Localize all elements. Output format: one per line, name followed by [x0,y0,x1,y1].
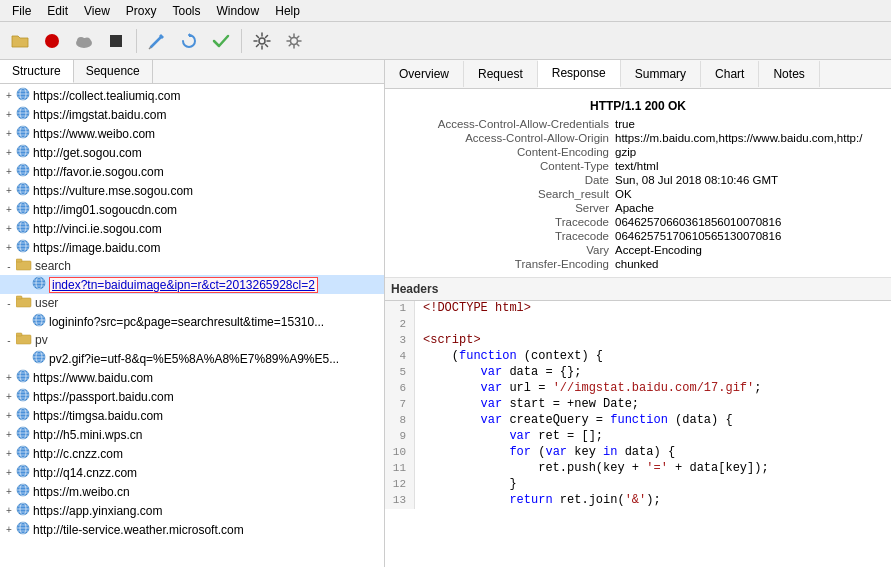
pen-button[interactable] [143,27,171,55]
tab-overview[interactable]: Overview [385,61,464,87]
record-button[interactable] [38,27,66,55]
globe-icon [16,87,30,104]
tree-expand-icon[interactable]: + [2,147,16,158]
tree-item[interactable]: -user [0,294,384,312]
menu-window[interactable]: Window [209,2,268,20]
svg-rect-72 [16,333,22,336]
svg-point-4 [84,37,91,44]
menu-view[interactable]: View [76,2,118,20]
tree-label: https://www.weibo.com [33,127,155,141]
tree-expand-icon[interactable]: + [2,448,16,459]
tree-item[interactable]: +https://image.baidu.com [0,238,384,257]
header-row: Access-Control-Allow-Credentialstrue [395,117,881,131]
tree-item[interactable]: +http://q14.cnzz.com [0,463,384,482]
tree-expand-icon[interactable]: + [2,391,16,402]
menu-help[interactable]: Help [267,2,308,20]
tree-expand-icon[interactable]: + [2,486,16,497]
stop-button[interactable] [102,27,130,55]
open-button[interactable] [6,27,34,55]
code-line: 11 ret.push(key + '=' + data[key]); [385,461,891,477]
tab-chart[interactable]: Chart [701,61,759,87]
tree-expand-icon[interactable]: + [2,166,16,177]
tab-request[interactable]: Request [464,61,538,87]
tree-item[interactable]: +https://passport.baidu.com [0,387,384,406]
menu-edit[interactable]: Edit [39,2,76,20]
tree-label: http://c.cnzz.com [33,447,123,461]
tree-label: logininfo?src=pc&page=searchresult&time=… [49,315,324,329]
header-value: text/html [615,160,881,172]
tree-expand-icon[interactable]: + [2,524,16,535]
header-name: Date [395,174,615,186]
globe-icon [16,369,30,386]
headers-label: Headers [385,278,891,301]
tree-label: https://m.weibo.cn [33,485,130,499]
options-button[interactable] [280,27,308,55]
tree-item[interactable]: +http://vinci.ie.sogou.com [0,219,384,238]
menu-file[interactable]: File [4,2,39,20]
tree-item[interactable]: +http://h5.mini.wps.cn [0,425,384,444]
globe-icon [16,125,30,142]
tree-expand-icon[interactable]: + [2,242,16,253]
settings-button[interactable] [248,27,276,55]
tree-item[interactable]: +https://www.baidu.com [0,368,384,387]
tree-item[interactable]: logininfo?src=pc&page=searchresult&time=… [0,312,384,331]
header-value: true [615,118,881,130]
header-row: DateSun, 08 Jul 2018 08:10:46 GMT [395,173,881,187]
tab-notes[interactable]: Notes [759,61,819,87]
header-name: Access-Control-Allow-Credentials [395,118,615,130]
tree-label: http://vinci.ie.sogou.com [33,222,162,236]
header-value: chunked [615,258,881,270]
tree-item[interactable]: +https://m.weibo.cn [0,482,384,501]
tree-expand-icon[interactable]: + [2,410,16,421]
tree-expand-icon[interactable]: + [2,467,16,478]
tree-expand-icon[interactable]: + [2,429,16,440]
line-content: <script> [415,333,481,349]
tree-item[interactable]: +http://get.sogou.com [0,143,384,162]
tree-item[interactable]: +https://www.weibo.com [0,124,384,143]
tree-item[interactable]: +http://tile-service.weather.microsoft.c… [0,520,384,539]
tab-structure[interactable]: Structure [0,60,74,83]
header-name: Server [395,202,615,214]
tree-item[interactable]: +https://vulture.mse.sogou.com [0,181,384,200]
tree-expand-icon[interactable]: + [2,505,16,516]
tree-expand-icon[interactable]: + [2,109,16,120]
tree-item[interactable]: +https://app.yinxiang.com [0,501,384,520]
tree-item[interactable]: +https://imgstat.baidu.com [0,105,384,124]
tree-label: http://h5.mini.wps.cn [33,428,142,442]
tree-expand-icon[interactable]: + [2,372,16,383]
globe-icon [16,182,30,199]
line-content: } [415,477,517,493]
tree-item[interactable]: +https://collect.tealiumiq.com [0,86,384,105]
tree-item[interactable]: -search [0,257,384,275]
tree-item[interactable]: index?tn=baiduimage&ipn=r&ct=2013265928c… [0,275,384,294]
tree-expand-icon[interactable]: + [2,185,16,196]
check-button[interactable] [207,27,235,55]
tab-sequence[interactable]: Sequence [74,60,153,83]
tree-item[interactable]: pv2.gif?ie=utf-8&q=%E5%8A%A8%E7%89%A9%E5… [0,349,384,368]
tree-label: https://timgsa.baidu.com [33,409,163,423]
line-content: var data = {}; [415,365,581,381]
refresh-button[interactable] [175,27,203,55]
tree-item[interactable]: +http://favor.ie.sogou.com [0,162,384,181]
tree-expand-icon[interactable]: - [2,335,16,346]
cloud-button[interactable] [70,27,98,55]
tree-expand-icon[interactable]: - [2,261,16,272]
tree-expand-icon[interactable]: - [2,298,16,309]
tree-expand-icon[interactable]: + [2,90,16,101]
code-area[interactable]: 1<!DOCTYPE html>23<script>4 (function (c… [385,301,891,509]
headers-list: Access-Control-Allow-CredentialstrueAcce… [395,117,881,271]
menu-proxy[interactable]: Proxy [118,2,165,20]
tree-container[interactable]: +https://collect.tealiumiq.com+https://i… [0,84,384,567]
menu-tools[interactable]: Tools [165,2,209,20]
tree-expand-icon[interactable]: + [2,204,16,215]
tree-expand-icon[interactable]: + [2,223,16,234]
tree-expand-icon[interactable]: + [2,128,16,139]
line-number: 1 [385,301,415,317]
tree-item[interactable]: -pv [0,331,384,349]
tab-response[interactable]: Response [538,60,621,88]
tree-item[interactable]: +http://img01.sogoucdn.com [0,200,384,219]
tab-summary[interactable]: Summary [621,61,701,87]
header-value: Apache [615,202,881,214]
tree-item[interactable]: +https://timgsa.baidu.com [0,406,384,425]
tree-item[interactable]: +http://c.cnzz.com [0,444,384,463]
